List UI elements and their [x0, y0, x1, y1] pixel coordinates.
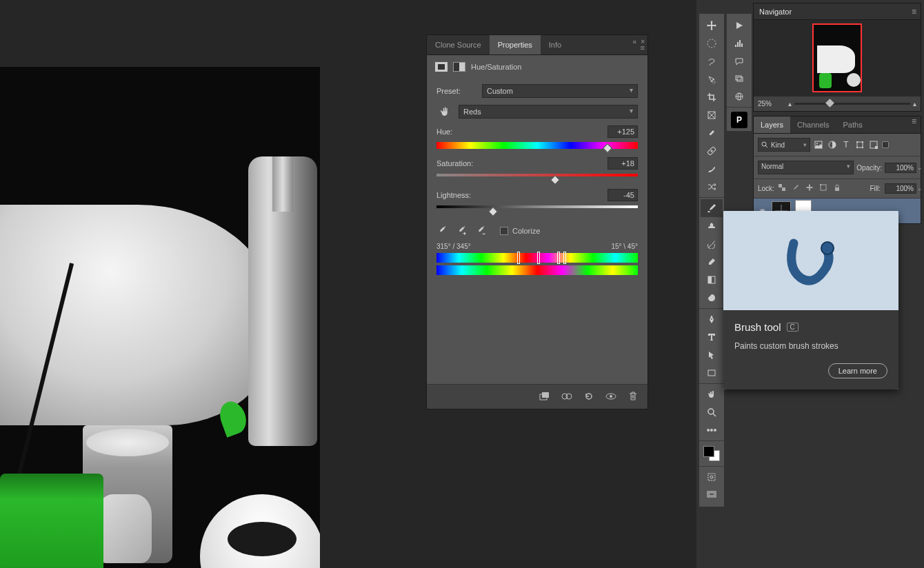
- eyedropper-tool-icon[interactable]: [701, 124, 723, 142]
- shuffle-tool-icon[interactable]: [701, 178, 723, 196]
- marquee-tool-icon[interactable]: [701, 34, 723, 52]
- dodge-tool-icon[interactable]: [701, 289, 723, 307]
- lock-pixels-icon[interactable]: [779, 184, 788, 194]
- delete-adjustment-icon[interactable]: [627, 390, 639, 403]
- hue-value-input[interactable]: +125: [607, 125, 638, 138]
- lock-artboard-icon[interactable]: [820, 184, 830, 194]
- adjustment-mask-icon: [453, 62, 465, 72]
- tab-properties[interactable]: Properties: [490, 35, 541, 54]
- gradient-tool-icon[interactable]: [701, 271, 723, 289]
- zoom-value[interactable]: 25%: [758, 100, 785, 108]
- panel-collapse-icon[interactable]: «: [633, 38, 637, 45]
- tab-channels[interactable]: Channels: [790, 116, 836, 133]
- fill-label: Fill:: [870, 185, 881, 192]
- navigator-preview[interactable]: [754, 20, 921, 96]
- navigator-menu-icon[interactable]: ≡: [912, 7, 916, 17]
- opacity-input[interactable]: 100%: [885, 163, 916, 173]
- frame-tool-icon[interactable]: [701, 106, 723, 124]
- clip-layer-icon[interactable]: [539, 390, 551, 403]
- histogram-icon[interactable]: [728, 34, 750, 52]
- blend-mode-select[interactable]: Normal: [758, 161, 854, 174]
- svg-rect-34: [856, 147, 858, 148]
- filter-toggle[interactable]: [882, 141, 889, 148]
- toggle-visibility-icon[interactable]: [605, 390, 617, 403]
- lock-all-icon[interactable]: [834, 184, 843, 194]
- colorize-checkbox[interactable]: [500, 227, 508, 235]
- eyedropper-icon[interactable]: [436, 225, 449, 237]
- filter-adjustment-icon[interactable]: [827, 139, 838, 150]
- lightness-value-input[interactable]: -45: [607, 189, 638, 201]
- document-image[interactable]: [0, 67, 320, 568]
- color-swatches[interactable]: [701, 445, 722, 463]
- hand-tool-icon[interactable]: [701, 385, 723, 403]
- type-tool-icon[interactable]: [701, 328, 723, 346]
- lasso-tool-icon[interactable]: [701, 52, 723, 70]
- pexels-icon[interactable]: P: [731, 112, 747, 128]
- filter-type-icon[interactable]: T: [841, 139, 852, 150]
- filter-smart-icon[interactable]: [868, 139, 879, 150]
- filter-shape-icon[interactable]: [854, 139, 865, 150]
- pen-tool-icon[interactable]: [701, 310, 723, 328]
- tab-info[interactable]: Info: [541, 35, 570, 54]
- globe-icon[interactable]: [728, 88, 750, 105]
- tab-layers[interactable]: Layers: [754, 116, 790, 133]
- svg-rect-38: [779, 184, 782, 187]
- path-select-tool-icon[interactable]: [701, 346, 723, 364]
- lock-brush-icon[interactable]: [792, 184, 802, 194]
- foreground-swatch[interactable]: [703, 446, 714, 457]
- degrees-right: 15° \ 45°: [611, 243, 638, 250]
- svg-point-5: [610, 395, 612, 398]
- eyedropper-subtract-icon[interactable]: [475, 225, 488, 237]
- svg-rect-21: [736, 76, 741, 80]
- lightness-slider[interactable]: [436, 205, 638, 212]
- lock-position-icon[interactable]: [806, 184, 816, 194]
- svg-point-3: [566, 394, 572, 399]
- smudge-tool-icon[interactable]: [701, 160, 723, 178]
- previous-state-icon[interactable]: [561, 390, 573, 403]
- targeted-adjustment-icon[interactable]: [436, 105, 453, 119]
- eyedropper-add-icon[interactable]: [456, 225, 468, 237]
- history-brush-tool-icon[interactable]: [701, 235, 723, 253]
- healing-tool-icon[interactable]: [701, 142, 723, 160]
- hue-spectrum-bottom[interactable]: [436, 265, 638, 275]
- hue-slider[interactable]: [436, 142, 638, 149]
- hue-spectrum-top[interactable]: [436, 253, 638, 263]
- clone-stamp-tool-icon[interactable]: [701, 217, 723, 235]
- svg-rect-40: [821, 185, 826, 190]
- adjustment-header: Hue/Saturation: [427, 55, 647, 79]
- kind-select[interactable]: Kind: [758, 138, 810, 152]
- layers-menu-icon[interactable]: ≡: [912, 116, 916, 126]
- filter-image-icon[interactable]: [813, 139, 824, 150]
- svg-point-7: [712, 81, 715, 83]
- fill-input[interactable]: 100%: [885, 183, 916, 194]
- move-tool-icon[interactable]: [701, 17, 723, 34]
- tab-paths[interactable]: Paths: [836, 116, 870, 133]
- panel-menu-icon[interactable]: ≡: [641, 43, 645, 52]
- play-icon[interactable]: [728, 17, 750, 34]
- zoom-tool-icon[interactable]: [701, 403, 723, 421]
- crop-tool-icon[interactable]: [701, 88, 723, 106]
- screen-mode-icon[interactable]: [701, 486, 723, 504]
- zoom-slider[interactable]: [794, 103, 910, 105]
- quick-select-tool-icon[interactable]: [701, 70, 723, 88]
- comment-icon[interactable]: [728, 52, 750, 70]
- channel-select[interactable]: Reds: [459, 105, 638, 119]
- saturation-value-input[interactable]: +18: [607, 157, 638, 170]
- lock-label: Lock:: [758, 185, 774, 192]
- saturation-slider[interactable]: [436, 174, 638, 181]
- brush-tool-icon[interactable]: [701, 199, 723, 217]
- rectangle-tool-icon[interactable]: [701, 364, 723, 382]
- navigator-thumbnail[interactable]: [812, 23, 862, 92]
- svg-rect-32: [856, 141, 858, 143]
- tab-clone-source[interactable]: Clone Source: [427, 35, 490, 54]
- preset-select[interactable]: Custom: [482, 84, 638, 98]
- quick-mask-icon[interactable]: [701, 468, 723, 486]
- navigator-panel: Navigator ≡ 25% ▴ ▴: [753, 3, 921, 112]
- stack-icon[interactable]: [728, 70, 750, 88]
- eraser-tool-icon[interactable]: [701, 253, 723, 271]
- learn-more-button[interactable]: Learn more: [828, 363, 887, 378]
- reset-icon[interactable]: [583, 390, 595, 403]
- zoom-out-icon[interactable]: ▴: [788, 100, 792, 108]
- zoom-in-icon[interactable]: ▴: [913, 100, 916, 108]
- more-tools-icon[interactable]: •••: [701, 421, 723, 439]
